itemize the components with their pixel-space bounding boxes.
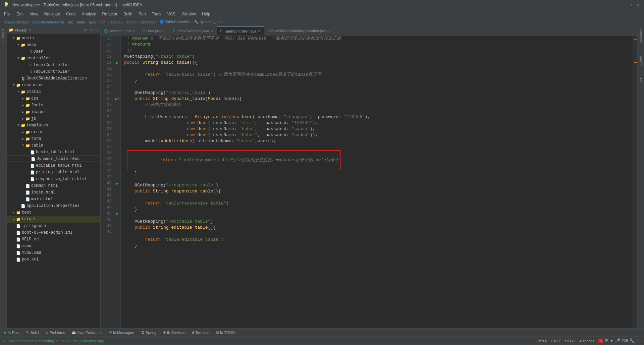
status-line-ending[interactable]: CRLF — [551, 339, 561, 343]
boot-class-icon: 🍃 — [21, 76, 25, 81]
class-icon: C — [30, 70, 33, 74]
project-collapse-icon[interactable]: ─ — [96, 28, 98, 32]
tree-target[interactable]: ▶ 📁 target — [7, 216, 100, 223]
tree-responsive-table[interactable]: 📄 responsive_table.html — [7, 176, 100, 182]
project-tab-vertical[interactable]: 1: Project — [1, 27, 6, 44]
code-line-30: new User( userName: "lisi", password: "1… — [124, 120, 629, 126]
bottom-tab-spring[interactable]: 🍃 Spring — [139, 329, 158, 336]
bottom-tab-run[interactable]: ▶ 4: Run — [3, 329, 20, 336]
breadcrumb-java[interactable]: java — [89, 20, 96, 24]
tree-iml[interactable]: 📄 boot-05-web-admin.iml — [7, 229, 100, 236]
run-gutter-icon[interactable]: ▶ — [116, 60, 118, 65]
code-content[interactable]: * @param α 不带请求参数或者参数类型不对 400; Bad Reque… — [121, 36, 633, 328]
tab-common-html[interactable]: 🌐 common.html ✕ — [101, 26, 139, 35]
tree-indexcontroller[interactable]: C IndexController — [7, 62, 100, 68]
bottom-tab-services[interactable]: ⚙ 8: Services — [162, 329, 187, 336]
tree-editable-table[interactable]: 📄 editable_table.html — [7, 162, 100, 169]
database-tab-vertical[interactable]: Database — [638, 27, 643, 45]
tree-fonts[interactable]: ▶ 📁 fonts — [7, 102, 100, 109]
menu-analyze[interactable]: Analyze — [79, 11, 99, 17]
breadcrumb-src[interactable]: src — [68, 20, 73, 24]
tree-css[interactable]: ▶ 📁 css — [7, 95, 100, 102]
breadcrumb-workspace[interactable]: idea-workspace — [3, 20, 29, 24]
tab-boot-app[interactable]: C Boot05WebAdminApplication.java ✕ — [264, 26, 334, 35]
tree-mvnw[interactable]: 📄 mvnw — [7, 243, 100, 249]
maven-tab-vertical[interactable]: Maven — [638, 54, 643, 67]
tree-static[interactable]: ▼ 📁 static — [7, 89, 100, 95]
bottom-tab-messages[interactable]: ✉ 0: Messages — [108, 329, 135, 336]
tree-js[interactable]: ▶ 📁 js — [7, 115, 100, 122]
folder-icon: 📁 — [16, 217, 21, 222]
bottom-tab-todo[interactable]: ☑ 6: TODO — [215, 329, 236, 336]
tree-bean[interactable]: ▼ 📁 bean — [7, 42, 100, 48]
status-encoding[interactable]: UTF-8 — [565, 339, 575, 343]
menu-file[interactable]: File — [1, 11, 13, 17]
breadcrumb-tablecontroller[interactable]: 🔵 TableController — [160, 20, 190, 24]
file-icon: 📄 — [16, 231, 21, 235]
maximize-button[interactable]: □ — [630, 3, 635, 7]
window-controls[interactable]: ─ □ ✕ — [624, 3, 641, 7]
tree-mvnw-cmd[interactable]: 📄 mvnw.cmd — [7, 249, 100, 256]
tree-controller[interactable]: ▼ 📁 controller — [7, 55, 100, 62]
status-indent[interactable]: 4 spaces — [580, 339, 594, 343]
tab-indexcontroller[interactable]: C IndexController.java ✕ — [169, 26, 217, 35]
breadcrumb-com[interactable]: com — [100, 20, 107, 24]
code-line-36: } — [124, 170, 629, 176]
tree-common-html[interactable]: 📄 common.html — [7, 182, 100, 189]
menu-code[interactable]: Code — [63, 11, 78, 17]
tree-appprops[interactable]: 📄 application.properties — [7, 203, 100, 209]
tree-templates[interactable]: ▼ 📁 templates — [7, 122, 100, 129]
tree-error[interactable]: ▶ 📁 error — [7, 129, 100, 135]
menu-build[interactable]: Build — [121, 11, 135, 17]
tab-user-java[interactable]: C User.java ✕ — [139, 26, 169, 35]
tree-tablecontroller[interactable]: C TableController — [7, 68, 100, 75]
menu-run[interactable]: Run — [136, 11, 149, 17]
tree-dynamic-table[interactable]: 📄 dynamic_table.html — [7, 156, 100, 162]
menu-tools[interactable]: Tools — [149, 11, 164, 17]
tree-basic-table[interactable]: 📄 basic_table.html — [7, 149, 100, 156]
project-settings-icon[interactable]: ⚙ — [84, 28, 87, 32]
breadcrumb-admin[interactable]: admin — [126, 20, 137, 24]
tree-form[interactable]: ▶ 📁 form — [7, 135, 100, 142]
project-scroll-icon[interactable]: ⇅ — [90, 28, 93, 32]
close-button[interactable]: ✕ — [636, 3, 641, 7]
tree-gitignore[interactable]: 📄 .gitignore — [7, 223, 100, 229]
tree-resources[interactable]: ▼ 📁 resources — [7, 82, 100, 89]
tree-test[interactable]: ▶ 📁 test — [7, 209, 100, 216]
tree-boot-app[interactable]: 🍃 Boot05WebAdminApplication — [7, 75, 100, 82]
tree-admin[interactable]: ▼ 📁 admin — [7, 35, 100, 42]
tree-main-html[interactable]: 📄 main.html — [7, 196, 100, 203]
tree-help[interactable]: 📄 HELP.md — [7, 236, 100, 243]
breadcrumb-main[interactable]: main — [77, 20, 85, 24]
run-gutter-icon-2[interactable]: ▶ — [115, 97, 117, 102]
code-editor[interactable]: 16 17 18 19 20 21 22 23 24 25 26 27 28 2… — [101, 36, 637, 328]
menu-help[interactable]: Help — [199, 11, 213, 17]
tab-tablecontroller[interactable]: C TableController.java ✕ — [217, 26, 264, 35]
file-icon: 📄 — [16, 224, 21, 228]
menu-vcs[interactable]: VCS — [165, 11, 178, 17]
bottom-tab-terminal[interactable]: ▮ Terminal — [191, 329, 211, 336]
status-position[interactable]: 35:68 — [538, 339, 547, 343]
run-gutter-icon-3[interactable]: ▶ — [116, 181, 118, 186]
minimize-button[interactable]: ─ — [624, 3, 629, 7]
tree-login-html[interactable]: 📄 login.html — [7, 189, 100, 196]
bottom-tab-problems[interactable]: ⚠ Problems — [44, 329, 66, 336]
bottom-tab-build[interactable]: 🔨 Build — [24, 329, 40, 336]
menu-edit[interactable]: Edit — [14, 11, 26, 17]
tree-pom[interactable]: 📄 pom.xml — [7, 256, 100, 263]
menu-window[interactable]: Window — [179, 11, 199, 17]
breadcrumb-project[interactable]: boot-05-web-admin — [33, 20, 64, 24]
tree-pricing-table[interactable]: 📄 pricing_table.html — [7, 169, 100, 176]
bottom-tab-java-enterprise[interactable]: ☕ Java Enterprise — [70, 329, 104, 336]
breadcrumb-controller[interactable]: controller — [141, 20, 156, 24]
tree-table[interactable]: ▼ 📁 table — [7, 142, 100, 149]
menu-view[interactable]: View — [27, 11, 41, 17]
menu-refactor[interactable]: Refactor — [100, 11, 120, 17]
ant-tab-vertical[interactable]: Ant — [638, 76, 643, 84]
breadcrumb-dynamic-table[interactable]: 🔧 dynamic_table — [194, 20, 223, 24]
tree-user[interactable]: C User — [7, 48, 100, 55]
run-gutter-icon-4[interactable]: ▶ — [116, 211, 118, 216]
menu-navigate[interactable]: Navigate — [42, 11, 63, 17]
breadcrumb-atguigu[interactable]: atguigu — [110, 20, 122, 24]
tree-images[interactable]: ▶ 📁 images — [7, 109, 100, 115]
